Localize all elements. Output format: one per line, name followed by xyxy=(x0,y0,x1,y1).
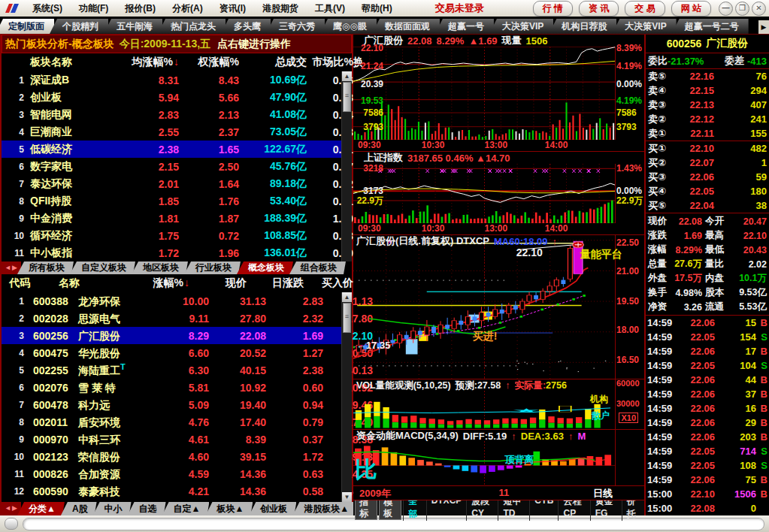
close-button[interactable]: ✕ xyxy=(752,2,766,16)
bid-row[interactable]: 买③ 22.06 59 xyxy=(646,170,769,184)
sector-row[interactable]: 8 QFII持股 1.85 1.76 53.40亿 0.31 xyxy=(2,192,352,210)
ask-row[interactable]: 卖③ 22.13 407 xyxy=(646,98,769,112)
sector-row[interactable]: 6 数字家电 2.15 2.50 45.76亿 0.27 xyxy=(2,158,352,175)
menu-item[interactable]: 报价(B) xyxy=(117,2,164,16)
workspace-tab[interactable]: 大决策VIP xyxy=(612,19,676,34)
sector-row[interactable]: 2 创业板 5.94 5.66 47.90亿 0.28 xyxy=(2,89,352,106)
sector-tab[interactable]: 地区板块 xyxy=(132,261,188,274)
scroll-up-icon[interactable]: ▲ xyxy=(342,292,352,302)
menu-item[interactable]: 工具(V) xyxy=(307,2,353,16)
menu-item[interactable]: 分析(A) xyxy=(164,2,211,16)
sector-row[interactable]: 9 中金消费 1.81 1.87 188.39亿 1.10 xyxy=(2,210,352,227)
col-turnover[interactable]: 总成交 xyxy=(239,56,307,69)
workspace-tab[interactable]: 鹰◎◎眼 xyxy=(320,19,377,34)
sector-tab[interactable]: 行业板块 xyxy=(184,261,241,274)
col-pct[interactable]: 涨幅%↓ xyxy=(137,277,189,290)
scroll-down-icon[interactable]: ▼ xyxy=(342,492,352,502)
stock-row[interactable]: 9 000970 中科三环 4.61 8.39 0.37 8.38 xyxy=(2,431,352,448)
workspace-tab[interactable]: 数据面面观 xyxy=(372,19,440,34)
restore-button[interactable]: ❐ xyxy=(735,2,749,16)
ask-row[interactable]: 卖① 22.11 155 xyxy=(646,126,769,141)
col-avg-change[interactable]: 均涨幅%↓ xyxy=(119,56,179,69)
sector-tab[interactable]: 自定义板块 xyxy=(70,261,135,274)
kline-chart[interactable] xyxy=(353,235,616,379)
tab-scroll-right-icon[interactable]: ▶ xyxy=(758,20,769,34)
stock-row[interactable]: 11 000826 合加资源 4.59 14.36 0.63 14.35 xyxy=(2,465,352,482)
menu-item[interactable]: 功能(F) xyxy=(71,2,117,16)
workspace-tab[interactable]: 大决策VIP xyxy=(489,19,553,34)
col-price[interactable]: 现价 xyxy=(189,277,247,290)
menu-item[interactable]: 帮助(H) xyxy=(353,2,401,16)
quick-button[interactable]: 网 站 xyxy=(671,1,711,17)
scroll-up-icon[interactable]: ▲ xyxy=(342,71,352,81)
stock-row[interactable]: 1 600388 龙净环保 10.00 31.13 2.83 31.13 xyxy=(2,292,352,310)
workspace-tab[interactable]: 五牛闹海 xyxy=(104,19,162,34)
stock-row[interactable]: 3 600256 广汇股份 8.29 22.08 1.69 22.10 xyxy=(2,327,352,344)
stock-row[interactable]: 2 002028 思源电气 9.11 27.80 2.32 27.80 xyxy=(2,310,352,327)
market-tab[interactable]: 自定▲ xyxy=(162,502,210,515)
sector-row[interactable]: 5 低碳经济 2.38 1.65 122.67亿 0.71 xyxy=(2,141,352,158)
sector-row[interactable]: 3 智能电网 2.83 2.13 41.08亿 0.24 xyxy=(2,106,352,123)
sector-row[interactable]: 7 泰达环保 2.01 1.64 89.18亿 0.52 xyxy=(2,175,352,192)
stock-row[interactable]: 7 600478 科力远 5.09 19.40 0.94 19.46 xyxy=(2,396,352,413)
stock-row[interactable]: 12 600590 泰豪科技 4.21 14.36 0.58 14.37 xyxy=(2,482,352,500)
stock-row[interactable]: 6 002076 雪 莱 特 5.81 10.92 0.60 10.92 xyxy=(2,379,352,396)
vol-chart[interactable] xyxy=(353,391,616,429)
workspace-tab[interactable]: 超赢一号 xyxy=(435,19,494,34)
col-code[interactable]: 代码 xyxy=(2,277,57,290)
sector-tab[interactable]: 组合板块 xyxy=(289,261,346,274)
strip-arrows-icon[interactable]: ◄▶ xyxy=(2,261,21,274)
macd-chart[interactable] xyxy=(353,441,616,485)
sector-scrollbar[interactable]: ▲ xyxy=(341,71,352,261)
sse-chart[interactable] xyxy=(353,164,616,223)
col-weighted-change[interactable]: 权涨幅% xyxy=(179,56,239,69)
stock-scrollbar[interactable]: ▲ ▼ xyxy=(341,292,352,502)
ask-row[interactable]: 卖② 22.12 241 xyxy=(646,112,769,126)
market-tab[interactable]: 港股板块▲ xyxy=(292,502,358,515)
tick-trade-list[interactable]: 14:59 22.06 15 B 14:59 22.05 154 S 14:59 xyxy=(646,316,769,515)
sector-row[interactable]: 4 巨潮商业 2.55 2.37 73.05亿 0.43 xyxy=(2,123,352,141)
intraday-chart[interactable] xyxy=(353,47,616,140)
strip-arrows-icon[interactable]: ◄▶ xyxy=(2,502,21,515)
workspace-tab[interactable]: 多头鹰 xyxy=(221,19,271,34)
ask-row[interactable]: 卖④ 22.15 294 xyxy=(646,83,769,98)
market-tab[interactable]: 自选 xyxy=(128,502,166,515)
col-sector-name[interactable]: 板块名称 xyxy=(26,56,119,69)
col-buy-price[interactable]: 买入价 xyxy=(304,277,353,290)
quick-button[interactable]: 交 易 xyxy=(625,1,665,17)
menu-item[interactable]: 系统(S) xyxy=(24,2,71,16)
bid-row[interactable]: 买⑤ 22.04 38 xyxy=(646,198,769,213)
col-name[interactable]: 名称 xyxy=(57,277,137,290)
workspace-tab[interactable]: 超赢一号二号 xyxy=(672,19,749,34)
stock-row[interactable]: 5 002255 海陆重工T 6.30 40.15 2.38 40.13 xyxy=(2,361,352,379)
scroll-thumb[interactable] xyxy=(343,82,351,112)
workspace-tab[interactable]: 个股精判 xyxy=(50,19,108,34)
stock-row[interactable]: 8 002011 盾安环境 4.76 17.40 0.79 17.40 xyxy=(2,413,352,431)
quick-button[interactable]: 资 讯 xyxy=(579,1,619,17)
menu-item[interactable]: 资讯(I) xyxy=(211,2,254,16)
col-day-change[interactable]: 日涨跌 xyxy=(247,277,304,290)
market-tab[interactable]: 分类▲ xyxy=(17,502,65,515)
workspace-tab[interactable]: 定制版面 xyxy=(0,19,54,34)
workspace-tab[interactable]: 三奇六秀 xyxy=(266,19,325,34)
bid-row[interactable]: 买① 22.10 482 xyxy=(646,141,769,156)
sector-tab[interactable]: 概念板块 xyxy=(237,261,293,274)
col-market-share[interactable]: 市场比% xyxy=(307,56,353,69)
market-tab[interactable]: A股 xyxy=(61,502,97,515)
sector-tab[interactable]: 所有板块 xyxy=(17,261,74,274)
sector-row[interactable]: 1 深证成B 8.31 8.43 10.69亿 0.06 xyxy=(2,71,352,89)
minimize-button[interactable]: — xyxy=(719,2,733,16)
bid-row[interactable]: 买② 22.07 1 xyxy=(646,156,769,170)
bid-row[interactable]: 买④ 22.05 180 xyxy=(646,184,769,198)
market-tab[interactable]: 创业板 xyxy=(249,502,296,515)
market-tab[interactable]: 板块▲ xyxy=(205,502,253,515)
stock-row[interactable]: 10 002123 荣信股份 4.60 39.15 1.72 39.13 xyxy=(2,448,352,465)
stock-row[interactable]: 4 600475 华光股份 6.60 20.52 1.27 20.50 xyxy=(2,344,352,361)
sector-row[interactable]: 11 中小板指 1.72 1.96 136.01亿 0.79 xyxy=(2,244,352,261)
workspace-tab[interactable]: 热门点龙头 xyxy=(158,19,226,34)
market-tab[interactable]: 中小 xyxy=(93,502,132,515)
menu-item[interactable]: 港股期货 xyxy=(254,2,307,16)
ask-row[interactable]: 卖⑤ 22.16 76 xyxy=(646,69,769,83)
quick-button[interactable]: 行 情 xyxy=(533,1,573,17)
workspace-tab[interactable]: 机构日荐股 xyxy=(549,19,616,34)
